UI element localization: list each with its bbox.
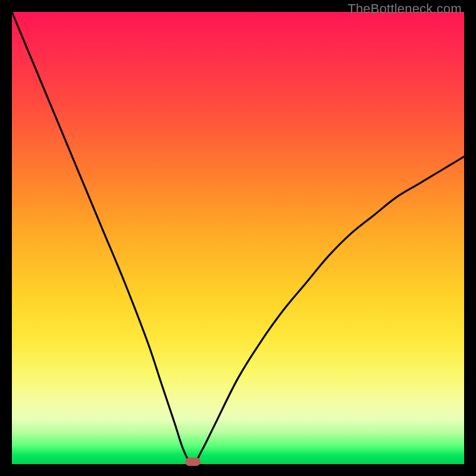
bottleneck-curve [12,12,464,464]
optimal-point-marker [185,458,201,466]
watermark-text: TheBottleneck.com [347,1,462,17]
